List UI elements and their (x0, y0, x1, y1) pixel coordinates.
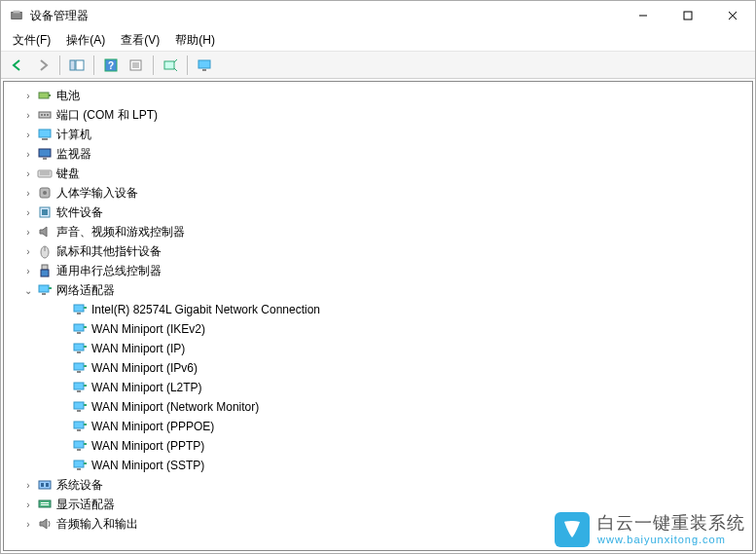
tree-node-label: 网络适配器 (56, 282, 115, 299)
svg-point-21 (44, 114, 46, 116)
tree-node-label: 显示适配器 (56, 497, 115, 513)
tree-node[interactable]: ›计算机 (6, 125, 750, 144)
expand-icon[interactable]: › (21, 91, 35, 101)
tree-node[interactable]: ›系统设备 (6, 475, 750, 495)
tree-node-label: 计算机 (56, 127, 91, 143)
expand-icon[interactable]: › (21, 207, 35, 218)
svg-rect-63 (77, 449, 81, 451)
expand-icon[interactable]: › (21, 227, 35, 238)
tree-node[interactable]: ›软件设备 (6, 203, 750, 222)
tree-child-node[interactable]: ›WAN Miniport (PPPOE) (6, 417, 750, 436)
svg-rect-17 (39, 92, 49, 98)
monitor-button[interactable] (193, 55, 216, 76)
show-hide-button[interactable] (65, 55, 89, 76)
tree-node-label: 声音、视频和游戏控制器 (56, 224, 185, 240)
svg-rect-66 (77, 468, 81, 470)
usb-icon (37, 263, 53, 278)
tree-child-node[interactable]: ›WAN Miniport (IP) (6, 339, 750, 358)
svg-rect-36 (42, 265, 48, 270)
device-tree-panel[interactable]: ›电池›端口 (COM 和 LPT)›计算机›监视器›键盘›人体学输入设备›软件… (3, 81, 753, 551)
tree-node[interactable]: ›音频输入和输出 (6, 514, 750, 534)
tree-node[interactable]: ›通用串行总线控制器 (6, 261, 750, 280)
svg-rect-15 (198, 60, 210, 68)
tree-node-label: WAN Miniport (PPPOE) (91, 420, 214, 433)
tree-node-label: 鼠标和其他指针设备 (56, 243, 162, 260)
svg-rect-59 (74, 422, 84, 428)
expand-icon[interactable]: › (21, 149, 35, 160)
close-button[interactable] (710, 1, 755, 30)
expand-icon[interactable]: › (21, 188, 35, 199)
back-button[interactable] (6, 55, 29, 76)
svg-rect-50 (74, 363, 84, 370)
svg-rect-65 (74, 461, 84, 467)
expand-icon[interactable]: › (21, 499, 35, 510)
svg-rect-73 (41, 504, 49, 505)
tree-child-node[interactable]: ›WAN Miniport (L2TP) (6, 378, 750, 397)
expand-icon[interactable]: › (21, 110, 35, 121)
tree-node[interactable]: ›鼠标和其他指针设备 (6, 241, 750, 261)
tree-node[interactable]: ›电池 (6, 86, 750, 105)
tree-node[interactable]: ›键盘 (6, 164, 750, 183)
titlebar: 设备管理器 (1, 1, 755, 30)
expand-icon[interactable]: › (21, 168, 35, 179)
svg-rect-62 (74, 441, 84, 448)
svg-rect-6 (70, 60, 75, 70)
svg-rect-57 (77, 410, 81, 412)
help-button[interactable]: ? (99, 55, 123, 76)
menu-view[interactable]: 查看(V) (113, 30, 167, 51)
tree-node[interactable]: ›监视器 (6, 144, 750, 164)
minimize-button[interactable] (621, 1, 666, 30)
battery-icon (37, 88, 53, 103)
tree-child-node[interactable]: ›Intel(R) 82574L Gigabit Network Connect… (6, 300, 750, 319)
tree-child-node[interactable]: ›WAN Miniport (SSTP) (6, 456, 750, 475)
tree-node[interactable]: ›显示适配器 (6, 495, 750, 514)
svg-rect-16 (202, 69, 206, 71)
tree-child-node[interactable]: ›WAN Miniport (IKEv2) (6, 319, 750, 339)
toolbar-separator (59, 55, 60, 75)
svg-rect-51 (77, 371, 81, 373)
menu-file[interactable]: 文件(F) (5, 30, 58, 51)
maximize-button[interactable] (666, 1, 710, 30)
tree-child-node[interactable]: ›WAN Miniport (Network Monitor) (6, 397, 750, 417)
svg-point-20 (41, 114, 43, 116)
menu-action[interactable]: 操作(A) (58, 30, 113, 51)
expand-icon[interactable]: › (21, 480, 35, 491)
tree-node[interactable]: ›端口 (COM 和 LPT) (6, 105, 750, 125)
tree-node[interactable]: ›声音、视频和游戏控制器 (6, 222, 750, 241)
window-controls (621, 1, 755, 30)
svg-rect-25 (39, 149, 51, 157)
forward-button[interactable] (31, 55, 54, 76)
expand-icon[interactable]: › (21, 519, 35, 530)
properties-button[interactable] (125, 55, 148, 76)
expand-icon[interactable]: › (21, 246, 35, 257)
scan-button[interactable] (159, 55, 182, 76)
hid-icon (37, 185, 53, 201)
svg-rect-48 (77, 351, 81, 353)
software-icon (37, 204, 53, 220)
svg-rect-68 (39, 481, 51, 489)
tree-node[interactable]: ›人体学输入设备 (6, 183, 750, 203)
tree-node[interactable]: ⌄网络适配器 (6, 280, 750, 300)
expand-icon[interactable]: › (21, 266, 35, 277)
collapse-icon[interactable]: ⌄ (21, 285, 35, 296)
tree-child-node[interactable]: ›WAN Miniport (PPTP) (6, 436, 750, 456)
toolbar-separator (153, 55, 154, 75)
svg-rect-1 (14, 11, 20, 14)
app-icon (9, 8, 24, 23)
computer-icon (37, 127, 53, 142)
tree-node-label: WAN Miniport (SSTP) (91, 459, 204, 472)
svg-rect-24 (42, 138, 48, 140)
tree-node-label: 人体学输入设备 (56, 185, 138, 202)
svg-rect-71 (39, 500, 51, 507)
menu-help[interactable]: 帮助(H) (167, 30, 223, 51)
nic-icon (72, 341, 88, 356)
expand-icon[interactable]: › (21, 129, 35, 140)
tree-node-label: 监视器 (56, 146, 91, 163)
keyboard-icon (37, 166, 53, 181)
svg-rect-23 (39, 129, 51, 137)
svg-rect-7 (76, 60, 84, 70)
tree-child-node[interactable]: ›WAN Miniport (IPv6) (6, 358, 750, 378)
nic-icon (72, 302, 88, 317)
svg-rect-53 (74, 383, 84, 389)
svg-rect-37 (41, 270, 49, 277)
